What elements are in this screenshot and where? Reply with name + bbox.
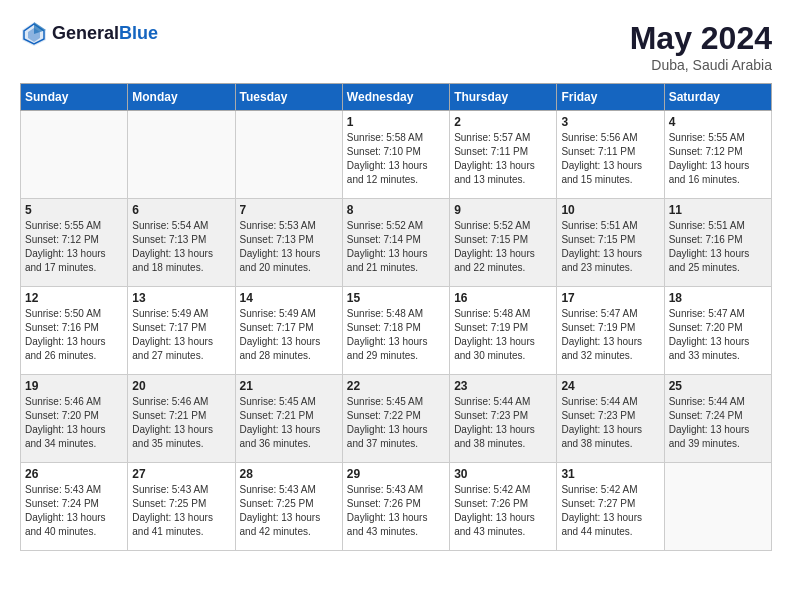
calendar-cell: 14Sunrise: 5:49 AM Sunset: 7:17 PM Dayli… xyxy=(235,287,342,375)
day-number: 3 xyxy=(561,115,659,129)
day-number: 31 xyxy=(561,467,659,481)
calendar-cell: 11Sunrise: 5:51 AM Sunset: 7:16 PM Dayli… xyxy=(664,199,771,287)
day-number: 5 xyxy=(25,203,123,217)
day-number: 27 xyxy=(132,467,230,481)
cell-info: Sunrise: 5:45 AM Sunset: 7:21 PM Dayligh… xyxy=(240,395,338,451)
cell-info: Sunrise: 5:43 AM Sunset: 7:24 PM Dayligh… xyxy=(25,483,123,539)
day-number: 24 xyxy=(561,379,659,393)
day-number: 26 xyxy=(25,467,123,481)
day-number: 2 xyxy=(454,115,552,129)
calendar-cell: 18Sunrise: 5:47 AM Sunset: 7:20 PM Dayli… xyxy=(664,287,771,375)
calendar-cell: 2Sunrise: 5:57 AM Sunset: 7:11 PM Daylig… xyxy=(450,111,557,199)
cell-info: Sunrise: 5:54 AM Sunset: 7:13 PM Dayligh… xyxy=(132,219,230,275)
calendar-cell: 16Sunrise: 5:48 AM Sunset: 7:19 PM Dayli… xyxy=(450,287,557,375)
day-number: 8 xyxy=(347,203,445,217)
calendar-cell xyxy=(128,111,235,199)
day-number: 25 xyxy=(669,379,767,393)
day-number: 15 xyxy=(347,291,445,305)
day-number: 28 xyxy=(240,467,338,481)
calendar-cell: 24Sunrise: 5:44 AM Sunset: 7:23 PM Dayli… xyxy=(557,375,664,463)
day-number: 6 xyxy=(132,203,230,217)
calendar-cell: 31Sunrise: 5:42 AM Sunset: 7:27 PM Dayli… xyxy=(557,463,664,551)
logo-icon xyxy=(20,20,48,48)
calendar-cell: 1Sunrise: 5:58 AM Sunset: 7:10 PM Daylig… xyxy=(342,111,449,199)
cell-info: Sunrise: 5:49 AM Sunset: 7:17 PM Dayligh… xyxy=(240,307,338,363)
day-number: 10 xyxy=(561,203,659,217)
calendar-week-5: 26Sunrise: 5:43 AM Sunset: 7:24 PM Dayli… xyxy=(21,463,772,551)
logo-text: GeneralBlue xyxy=(52,24,158,44)
day-number: 17 xyxy=(561,291,659,305)
cell-info: Sunrise: 5:48 AM Sunset: 7:18 PM Dayligh… xyxy=(347,307,445,363)
calendar-cell: 8Sunrise: 5:52 AM Sunset: 7:14 PM Daylig… xyxy=(342,199,449,287)
cell-info: Sunrise: 5:51 AM Sunset: 7:15 PM Dayligh… xyxy=(561,219,659,275)
calendar-cell: 12Sunrise: 5:50 AM Sunset: 7:16 PM Dayli… xyxy=(21,287,128,375)
calendar-week-2: 5Sunrise: 5:55 AM Sunset: 7:12 PM Daylig… xyxy=(21,199,772,287)
calendar-cell: 22Sunrise: 5:45 AM Sunset: 7:22 PM Dayli… xyxy=(342,375,449,463)
calendar-week-1: 1Sunrise: 5:58 AM Sunset: 7:10 PM Daylig… xyxy=(21,111,772,199)
day-number: 4 xyxy=(669,115,767,129)
cell-info: Sunrise: 5:55 AM Sunset: 7:12 PM Dayligh… xyxy=(669,131,767,187)
cell-info: Sunrise: 5:44 AM Sunset: 7:24 PM Dayligh… xyxy=(669,395,767,451)
cell-info: Sunrise: 5:46 AM Sunset: 7:21 PM Dayligh… xyxy=(132,395,230,451)
cell-info: Sunrise: 5:52 AM Sunset: 7:14 PM Dayligh… xyxy=(347,219,445,275)
cell-info: Sunrise: 5:52 AM Sunset: 7:15 PM Dayligh… xyxy=(454,219,552,275)
col-saturday: Saturday xyxy=(664,84,771,111)
calendar-cell: 17Sunrise: 5:47 AM Sunset: 7:19 PM Dayli… xyxy=(557,287,664,375)
calendar-cell: 13Sunrise: 5:49 AM Sunset: 7:17 PM Dayli… xyxy=(128,287,235,375)
cell-info: Sunrise: 5:57 AM Sunset: 7:11 PM Dayligh… xyxy=(454,131,552,187)
calendar-cell: 4Sunrise: 5:55 AM Sunset: 7:12 PM Daylig… xyxy=(664,111,771,199)
page-header: GeneralBlue May 2024 Duba, Saudi Arabia xyxy=(20,20,772,73)
day-number: 20 xyxy=(132,379,230,393)
calendar-cell: 28Sunrise: 5:43 AM Sunset: 7:25 PM Dayli… xyxy=(235,463,342,551)
calendar-table: Sunday Monday Tuesday Wednesday Thursday… xyxy=(20,83,772,551)
cell-info: Sunrise: 5:48 AM Sunset: 7:19 PM Dayligh… xyxy=(454,307,552,363)
cell-info: Sunrise: 5:47 AM Sunset: 7:19 PM Dayligh… xyxy=(561,307,659,363)
logo: GeneralBlue xyxy=(20,20,158,48)
day-number: 12 xyxy=(25,291,123,305)
calendar-cell: 21Sunrise: 5:45 AM Sunset: 7:21 PM Dayli… xyxy=(235,375,342,463)
day-number: 19 xyxy=(25,379,123,393)
logo-general-text: GeneralBlue xyxy=(52,24,158,44)
calendar-week-3: 12Sunrise: 5:50 AM Sunset: 7:16 PM Dayli… xyxy=(21,287,772,375)
cell-info: Sunrise: 5:56 AM Sunset: 7:11 PM Dayligh… xyxy=(561,131,659,187)
calendar-cell xyxy=(235,111,342,199)
calendar-cell: 10Sunrise: 5:51 AM Sunset: 7:15 PM Dayli… xyxy=(557,199,664,287)
calendar-cell: 23Sunrise: 5:44 AM Sunset: 7:23 PM Dayli… xyxy=(450,375,557,463)
day-number: 13 xyxy=(132,291,230,305)
calendar-cell: 27Sunrise: 5:43 AM Sunset: 7:25 PM Dayli… xyxy=(128,463,235,551)
calendar-cell: 25Sunrise: 5:44 AM Sunset: 7:24 PM Dayli… xyxy=(664,375,771,463)
day-number: 7 xyxy=(240,203,338,217)
cell-info: Sunrise: 5:51 AM Sunset: 7:16 PM Dayligh… xyxy=(669,219,767,275)
calendar-cell: 29Sunrise: 5:43 AM Sunset: 7:26 PM Dayli… xyxy=(342,463,449,551)
day-number: 30 xyxy=(454,467,552,481)
calendar-week-4: 19Sunrise: 5:46 AM Sunset: 7:20 PM Dayli… xyxy=(21,375,772,463)
calendar-cell: 19Sunrise: 5:46 AM Sunset: 7:20 PM Dayli… xyxy=(21,375,128,463)
calendar-cell xyxy=(21,111,128,199)
cell-info: Sunrise: 5:42 AM Sunset: 7:27 PM Dayligh… xyxy=(561,483,659,539)
col-thursday: Thursday xyxy=(450,84,557,111)
cell-info: Sunrise: 5:47 AM Sunset: 7:20 PM Dayligh… xyxy=(669,307,767,363)
location: Duba, Saudi Arabia xyxy=(630,57,772,73)
day-number: 11 xyxy=(669,203,767,217)
cell-info: Sunrise: 5:46 AM Sunset: 7:20 PM Dayligh… xyxy=(25,395,123,451)
cell-info: Sunrise: 5:55 AM Sunset: 7:12 PM Dayligh… xyxy=(25,219,123,275)
day-number: 1 xyxy=(347,115,445,129)
day-number: 23 xyxy=(454,379,552,393)
day-number: 18 xyxy=(669,291,767,305)
day-number: 14 xyxy=(240,291,338,305)
day-number: 22 xyxy=(347,379,445,393)
day-number: 21 xyxy=(240,379,338,393)
cell-info: Sunrise: 5:58 AM Sunset: 7:10 PM Dayligh… xyxy=(347,131,445,187)
calendar-cell: 3Sunrise: 5:56 AM Sunset: 7:11 PM Daylig… xyxy=(557,111,664,199)
title-area: May 2024 Duba, Saudi Arabia xyxy=(630,20,772,73)
header-row: Sunday Monday Tuesday Wednesday Thursday… xyxy=(21,84,772,111)
cell-info: Sunrise: 5:50 AM Sunset: 7:16 PM Dayligh… xyxy=(25,307,123,363)
col-friday: Friday xyxy=(557,84,664,111)
day-number: 29 xyxy=(347,467,445,481)
cell-info: Sunrise: 5:42 AM Sunset: 7:26 PM Dayligh… xyxy=(454,483,552,539)
calendar-cell xyxy=(664,463,771,551)
calendar-cell: 9Sunrise: 5:52 AM Sunset: 7:15 PM Daylig… xyxy=(450,199,557,287)
calendar-cell: 6Sunrise: 5:54 AM Sunset: 7:13 PM Daylig… xyxy=(128,199,235,287)
calendar-cell: 26Sunrise: 5:43 AM Sunset: 7:24 PM Dayli… xyxy=(21,463,128,551)
col-tuesday: Tuesday xyxy=(235,84,342,111)
